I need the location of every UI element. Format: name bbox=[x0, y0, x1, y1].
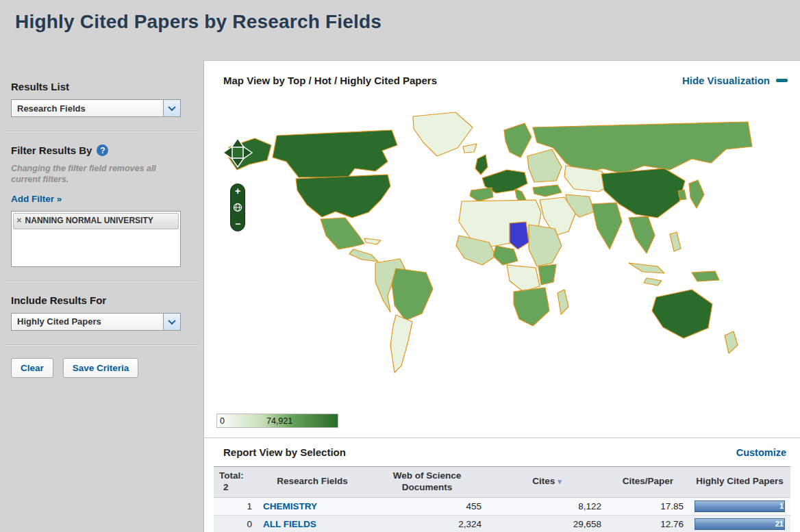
report-section-header: Report View by Selection Customize bbox=[214, 438, 790, 466]
sort-descending-icon: ▾ bbox=[558, 477, 562, 485]
map-countries[interactable] bbox=[229, 112, 752, 372]
table-header-row: Total: 2 Research Fields Web of Science … bbox=[214, 467, 790, 498]
field-link[interactable]: CHEMISTRY bbox=[263, 501, 317, 511]
help-icon[interactable]: ? bbox=[97, 144, 108, 156]
cites-cell: 29,658 bbox=[487, 515, 607, 532]
sidebar-buttons: Clear Save Criteria bbox=[11, 358, 203, 378]
cites-cell: 8,122 bbox=[487, 497, 607, 515]
map-section-title: Map View by Top / Hot / Highly Cited Pap… bbox=[223, 75, 437, 86]
column-header-cites-per-paper[interactable]: Cites/Paper bbox=[607, 467, 689, 498]
total-header: Total: 2 bbox=[214, 467, 258, 498]
results-list-label: Results List bbox=[11, 81, 203, 92]
hide-visualization-label: Hide Visualization bbox=[682, 75, 770, 86]
collapse-icon bbox=[776, 79, 788, 82]
divider bbox=[5, 344, 198, 346]
rank-cell: 0 bbox=[214, 515, 258, 532]
save-criteria-button[interactable]: Save Criteria bbox=[63, 358, 139, 378]
legend-min-label: 0 bbox=[220, 416, 225, 426]
column-header-documents[interactable]: Web of Science Documents bbox=[367, 467, 487, 498]
clear-button[interactable]: Clear bbox=[11, 358, 53, 378]
map-pan-control[interactable] bbox=[222, 137, 253, 168]
include-results-value: Highly Cited Papers bbox=[12, 316, 163, 327]
zoom-out-icon[interactable]: − bbox=[235, 219, 240, 229]
field-link[interactable]: ALL FIELDS bbox=[263, 519, 316, 529]
table-row: 1 CHEMISTRY 455 8,122 17.85 1 bbox=[214, 497, 790, 515]
world-map-svg[interactable] bbox=[219, 110, 755, 379]
report-section-title: Report View by Selection bbox=[223, 446, 346, 458]
sidebar: Results List Research Fields Filter Resu… bbox=[0, 37, 203, 532]
column-header-highly-cited[interactable]: Highly Cited Papers bbox=[689, 467, 790, 498]
filter-tag[interactable]: × NANNING NORMAL UNIVERSITY bbox=[13, 213, 179, 229]
selected-country[interactable] bbox=[510, 222, 529, 249]
highly-cited-bar: 21 bbox=[695, 518, 785, 530]
filter-results-by-label: Filter Results By ? bbox=[11, 144, 203, 156]
results-list-value: Research Fields bbox=[12, 103, 163, 114]
cites-per-paper-cell: 17.85 bbox=[607, 497, 689, 515]
add-filter-link[interactable]: Add Filter » bbox=[11, 194, 62, 204]
divider bbox=[5, 131, 198, 132]
rank-cell: 1 bbox=[214, 497, 258, 515]
include-results-select[interactable]: Highly Cited Papers bbox=[11, 313, 181, 331]
highly-cited-cell: 21 bbox=[689, 515, 790, 532]
chevron-down-icon bbox=[168, 103, 175, 111]
map-legend: 0 74,921 bbox=[216, 414, 338, 428]
documents-cell: 455 bbox=[367, 497, 487, 515]
field-cell: CHEMISTRY bbox=[258, 497, 367, 515]
report-table: Total: 2 Research Fields Web of Science … bbox=[214, 466, 790, 532]
legend-max-label: 74,921 bbox=[266, 416, 292, 426]
active-filters-box: × NANNING NORMAL UNIVERSITY bbox=[11, 211, 181, 267]
hide-visualization-link[interactable]: Hide Visualization bbox=[682, 75, 788, 86]
filter-tag-label: NANNING NORMAL UNIVERSITY bbox=[25, 216, 153, 226]
pan-right-icon[interactable] bbox=[243, 147, 252, 159]
remove-filter-icon[interactable]: × bbox=[16, 216, 22, 226]
pan-down-icon[interactable] bbox=[232, 158, 244, 167]
page-title: Highly Cited Papers by Research Fields bbox=[0, 0, 800, 37]
pan-left-icon[interactable] bbox=[223, 147, 232, 159]
zoom-in-icon[interactable]: + bbox=[235, 186, 240, 196]
results-list-select[interactable]: Research Fields bbox=[11, 99, 181, 117]
customize-link[interactable]: Customize bbox=[736, 447, 786, 458]
dropdown-button[interactable] bbox=[163, 100, 180, 116]
total-label: Total: bbox=[219, 470, 244, 481]
total-value: 2 bbox=[219, 482, 252, 494]
map-visualization[interactable]: + − bbox=[214, 110, 790, 408]
chevron-down-icon bbox=[168, 316, 175, 324]
divider bbox=[5, 281, 198, 282]
documents-cell: 2,324 bbox=[367, 515, 487, 532]
main-panel: Map View by Top / Hot / Highly Cited Pap… bbox=[203, 60, 800, 532]
table-row: 0 ALL FIELDS 2,324 29,658 12.76 21 bbox=[214, 515, 790, 532]
include-results-label: Include Results For bbox=[11, 294, 203, 306]
filter-note: Changing the filter field removes all cu… bbox=[11, 163, 182, 186]
highly-cited-cell: 1 bbox=[689, 497, 790, 515]
cites-label: Cites bbox=[532, 476, 555, 486]
pan-up-icon[interactable] bbox=[232, 138, 244, 147]
dropdown-button[interactable] bbox=[163, 314, 180, 330]
content: Results List Research Fields Filter Resu… bbox=[0, 37, 800, 532]
highly-cited-bar: 1 bbox=[695, 501, 785, 512]
map-zoom-control[interactable]: + − bbox=[230, 183, 245, 231]
column-header-cites[interactable]: Cites ▾ bbox=[487, 467, 607, 498]
map-section-header: Map View by Top / Hot / Highly Cited Pap… bbox=[214, 61, 790, 86]
field-cell: ALL FIELDS bbox=[258, 515, 367, 532]
cites-per-paper-cell: 12.76 bbox=[607, 515, 689, 532]
column-header-research-fields[interactable]: Research Fields bbox=[258, 467, 367, 498]
globe-icon[interactable] bbox=[233, 203, 242, 212]
filter-label-text: Filter Results By bbox=[11, 144, 92, 156]
